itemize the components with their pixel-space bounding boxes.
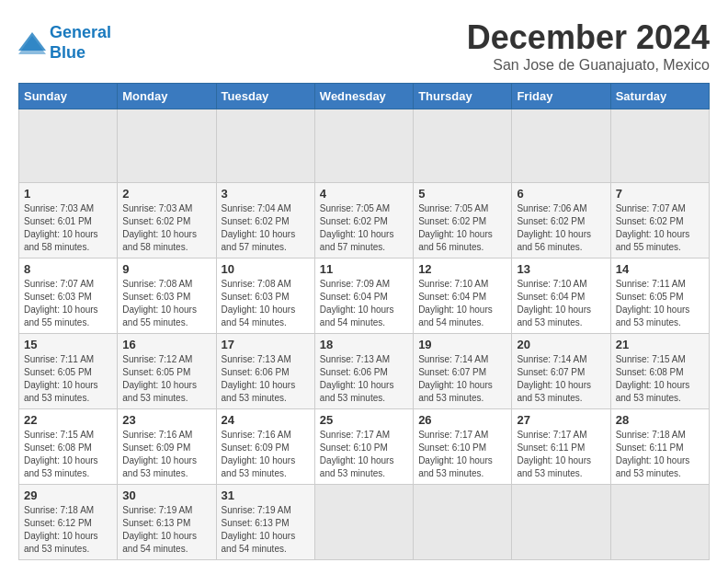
day-info: Sunrise: 7:14 AMSunset: 6:07 PMDaylight:… [418, 353, 506, 405]
day-info: Sunrise: 7:16 AMSunset: 6:09 PMDaylight:… [122, 429, 210, 480]
day-info: Sunrise: 7:15 AMSunset: 6:08 PMDaylight:… [24, 429, 112, 480]
day-info: Sunrise: 7:05 AMSunset: 6:02 PMDaylight:… [418, 202, 506, 254]
day-number: 14 [616, 262, 704, 276]
col-sunday: Sunday [19, 84, 118, 109]
day-number: 31 [222, 488, 310, 502]
calendar-cell: 10Sunrise: 7:08 AMSunset: 6:03 PMDayligh… [216, 259, 314, 334]
day-info: Sunrise: 7:03 AMSunset: 6:02 PMDaylight:… [122, 202, 210, 254]
col-friday: Friday [512, 84, 610, 109]
calendar-cell [512, 485, 610, 560]
calendar-cell [216, 109, 314, 183]
col-wednesday: Wednesday [314, 84, 413, 109]
col-monday: Monday [118, 84, 216, 109]
day-info: Sunrise: 7:17 AMSunset: 6:10 PMDaylight:… [320, 429, 408, 480]
day-info: Sunrise: 7:17 AMSunset: 6:10 PMDaylight:… [418, 429, 506, 480]
calendar-cell: 19Sunrise: 7:14 AMSunset: 6:07 PMDayligh… [414, 334, 512, 409]
day-info: Sunrise: 7:09 AMSunset: 6:04 PMDaylight:… [320, 278, 408, 329]
day-number: 29 [24, 488, 112, 502]
day-number: 12 [418, 262, 506, 276]
page-title: December 2024 [467, 18, 710, 57]
calendar-cell: 7Sunrise: 7:07 AMSunset: 6:02 PMDaylight… [610, 183, 709, 259]
day-number: 15 [24, 338, 112, 351]
day-number: 13 [517, 262, 605, 276]
calendar-cell: 20Sunrise: 7:14 AMSunset: 6:07 PMDayligh… [512, 334, 610, 409]
calendar-cell: 12Sunrise: 7:10 AMSunset: 6:04 PMDayligh… [414, 259, 512, 334]
calendar-cell: 11Sunrise: 7:09 AMSunset: 6:04 PMDayligh… [314, 259, 413, 334]
calendar-cell [414, 109, 512, 183]
calendar-cell [414, 485, 512, 560]
day-number: 23 [122, 413, 210, 427]
day-info: Sunrise: 7:08 AMSunset: 6:03 PMDaylight:… [122, 278, 210, 329]
day-info: Sunrise: 7:03 AMSunset: 6:01 PMDaylight:… [24, 202, 112, 254]
calendar-cell: 15Sunrise: 7:11 AMSunset: 6:05 PMDayligh… [19, 334, 118, 409]
calendar-week-row: 22Sunrise: 7:15 AMSunset: 6:08 PMDayligh… [19, 409, 710, 485]
logo: General Blue [18, 23, 111, 63]
day-info: Sunrise: 7:11 AMSunset: 6:05 PMDaylight:… [616, 278, 704, 329]
day-number: 27 [517, 413, 605, 427]
calendar-cell [314, 485, 413, 560]
page-header: General Blue December 2024 San Jose de G… [18, 18, 710, 74]
calendar-cell: 6Sunrise: 7:06 AMSunset: 6:02 PMDaylight… [512, 183, 610, 259]
calendar-week-row: 15Sunrise: 7:11 AMSunset: 6:05 PMDayligh… [19, 334, 710, 409]
calendar-cell: 21Sunrise: 7:15 AMSunset: 6:08 PMDayligh… [610, 334, 709, 409]
day-number: 17 [222, 338, 310, 351]
day-info: Sunrise: 7:07 AMSunset: 6:02 PMDaylight:… [616, 202, 704, 254]
day-number: 25 [320, 413, 408, 427]
calendar-cell: 2Sunrise: 7:03 AMSunset: 6:02 PMDaylight… [118, 183, 216, 259]
day-number: 5 [418, 187, 506, 201]
calendar-cell: 31Sunrise: 7:19 AMSunset: 6:13 PMDayligh… [216, 485, 314, 560]
day-info: Sunrise: 7:06 AMSunset: 6:02 PMDaylight:… [517, 202, 605, 254]
day-info: Sunrise: 7:18 AMSunset: 6:11 PMDaylight:… [616, 429, 704, 480]
calendar-cell: 13Sunrise: 7:10 AMSunset: 6:04 PMDayligh… [512, 259, 610, 334]
calendar-cell: 14Sunrise: 7:11 AMSunset: 6:05 PMDayligh… [610, 259, 709, 334]
day-number: 7 [616, 187, 704, 201]
calendar-week-row [19, 109, 710, 183]
day-info: Sunrise: 7:04 AMSunset: 6:02 PMDaylight:… [222, 202, 310, 254]
day-number: 18 [320, 338, 408, 351]
calendar-cell: 1Sunrise: 7:03 AMSunset: 6:01 PMDaylight… [19, 183, 118, 259]
day-number: 16 [122, 338, 210, 351]
calendar-cell: 24Sunrise: 7:16 AMSunset: 6:09 PMDayligh… [216, 409, 314, 485]
logo-line1: General [50, 23, 111, 41]
day-number: 22 [24, 413, 112, 427]
day-info: Sunrise: 7:07 AMSunset: 6:03 PMDaylight:… [24, 278, 112, 329]
calendar-week-row: 1Sunrise: 7:03 AMSunset: 6:01 PMDaylight… [19, 183, 710, 259]
day-number: 8 [24, 262, 112, 276]
day-info: Sunrise: 7:10 AMSunset: 6:04 PMDaylight:… [418, 278, 506, 329]
day-info: Sunrise: 7:13 AMSunset: 6:06 PMDaylight:… [320, 353, 408, 405]
day-number: 1 [24, 187, 112, 201]
title-section: December 2024 San Jose de Guanajuato, Me… [467, 18, 710, 74]
calendar-cell: 27Sunrise: 7:17 AMSunset: 6:11 PMDayligh… [512, 409, 610, 485]
calendar-cell: 25Sunrise: 7:17 AMSunset: 6:10 PMDayligh… [314, 409, 413, 485]
col-saturday: Saturday [610, 84, 709, 109]
calendar-cell: 18Sunrise: 7:13 AMSunset: 6:06 PMDayligh… [314, 334, 413, 409]
calendar-cell: 4Sunrise: 7:05 AMSunset: 6:02 PMDaylight… [314, 183, 413, 259]
day-info: Sunrise: 7:17 AMSunset: 6:11 PMDaylight:… [517, 429, 605, 480]
day-number: 21 [616, 338, 704, 351]
day-info: Sunrise: 7:19 AMSunset: 6:13 PMDaylight:… [122, 504, 210, 556]
logo-line2: Blue [50, 43, 85, 62]
calendar-cell [610, 109, 709, 183]
day-number: 4 [320, 187, 408, 201]
day-number: 6 [517, 187, 605, 201]
page-subtitle: San Jose de Guanajuato, Mexico [467, 57, 710, 74]
day-number: 3 [222, 187, 310, 201]
calendar-cell [314, 109, 413, 183]
day-number: 24 [222, 413, 310, 427]
col-tuesday: Tuesday [216, 84, 314, 109]
logo-text: General Blue [50, 23, 111, 63]
calendar-table: Sunday Monday Tuesday Wednesday Thursday… [18, 83, 710, 560]
day-info: Sunrise: 7:13 AMSunset: 6:06 PMDaylight:… [222, 353, 310, 405]
day-number: 11 [320, 262, 408, 276]
day-info: Sunrise: 7:18 AMSunset: 6:12 PMDaylight:… [24, 504, 112, 556]
calendar-cell: 16Sunrise: 7:12 AMSunset: 6:05 PMDayligh… [118, 334, 216, 409]
day-number: 10 [222, 262, 310, 276]
day-info: Sunrise: 7:15 AMSunset: 6:08 PMDaylight:… [616, 353, 704, 405]
calendar-cell: 23Sunrise: 7:16 AMSunset: 6:09 PMDayligh… [118, 409, 216, 485]
calendar-header-row: Sunday Monday Tuesday Wednesday Thursday… [19, 84, 710, 109]
day-info: Sunrise: 7:11 AMSunset: 6:05 PMDaylight:… [24, 353, 112, 405]
calendar-cell [610, 485, 709, 560]
calendar-cell: 26Sunrise: 7:17 AMSunset: 6:10 PMDayligh… [414, 409, 512, 485]
day-number: 2 [122, 187, 210, 201]
day-info: Sunrise: 7:12 AMSunset: 6:05 PMDaylight:… [122, 353, 210, 405]
